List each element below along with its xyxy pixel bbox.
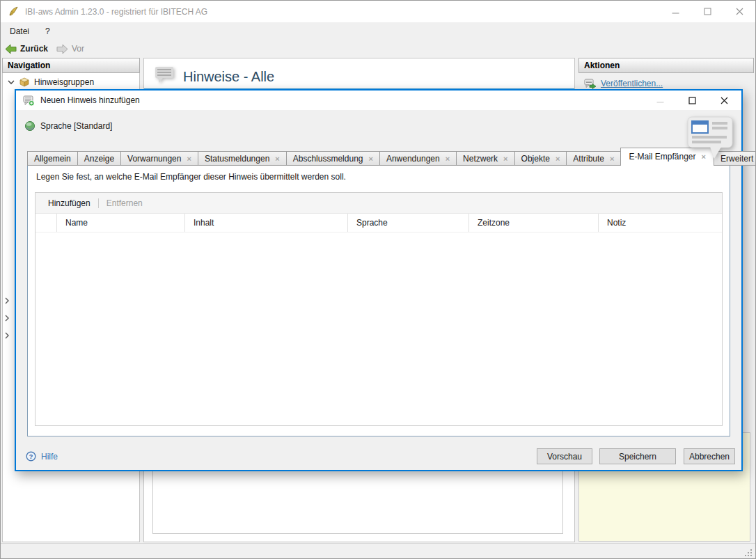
help-link[interactable]: ? Hilfe	[26, 451, 58, 462]
tree-item-label: Hinweisgruppen	[34, 77, 94, 87]
tab-close-icon[interactable]: ×	[275, 155, 279, 163]
language-button[interactable]: Sprache [Standard]	[24, 118, 112, 134]
tab-netzwerk[interactable]: Netzwerk×	[456, 151, 514, 166]
tab-statusmeldungen[interactable]: Statusmeldungen×	[198, 151, 287, 166]
add-hinweis-icon	[23, 95, 35, 107]
column-header-name[interactable]: Name	[56, 214, 184, 232]
forward-arrow-icon	[56, 44, 68, 54]
forward-label: Vor	[72, 44, 84, 54]
tree-expand-icon[interactable]	[3, 297, 10, 304]
publish-icon	[584, 78, 597, 89]
tab-label: Anwendungen	[386, 154, 440, 164]
group-box-icon	[19, 77, 30, 88]
tab-label: Abschlussmeldung	[293, 154, 363, 164]
help-icon: ?	[26, 451, 36, 462]
dialog-close-icon[interactable]	[708, 90, 740, 110]
close-icon[interactable]	[723, 1, 755, 22]
navigation-header: Navigation	[2, 58, 140, 73]
tab-vorwarnungen[interactable]: Vorwarnungen×	[120, 151, 198, 166]
tab-anzeige[interactable]: Anzeige	[77, 151, 121, 166]
table-header-row: NameInhaltSpracheZeitzoneNotiz	[36, 214, 722, 233]
hinweis-watermark-icon	[686, 116, 737, 160]
actions-header: Aktionen	[578, 58, 754, 73]
tab-abschlussmeldung[interactable]: Abschlussmeldung×	[286, 151, 380, 166]
back-button[interactable]: Zurück	[1, 42, 52, 56]
column-header-zeitzone[interactable]: Zeitzone	[468, 214, 598, 232]
help-label: Hilfe	[41, 452, 58, 462]
svg-text:?: ?	[29, 453, 33, 460]
tab-description: Legen Sie fest, an welche E-Mail Empfäng…	[36, 172, 346, 182]
tab-close-icon[interactable]: ×	[503, 155, 507, 163]
back-label: Zurück	[20, 44, 48, 54]
maximize-icon[interactable]	[691, 1, 723, 22]
app-window: IBI-aws Admin 1.23.0 - registriert für I…	[0, 0, 756, 559]
recipients-table: Hinzufügen Entfernen NameInhaltSpracheZe…	[35, 192, 723, 426]
forward-button[interactable]: Vor	[52, 42, 88, 56]
remove-button[interactable]: Entfernen	[107, 198, 143, 208]
statusbar	[1, 543, 755, 559]
cancel-button[interactable]: Abbrechen	[684, 448, 735, 464]
tab-label: Attribute	[573, 154, 604, 164]
tab-label: Allgemein	[34, 154, 71, 164]
window-title: IBI-aws Admin 1.23.0 - registriert für I…	[25, 7, 207, 17]
resize-grip[interactable]	[743, 548, 753, 558]
dialog-maximize-icon[interactable]	[676, 90, 708, 110]
tab-allgemein[interactable]: Allgemein	[27, 151, 78, 166]
chevron-down-icon[interactable]	[8, 79, 15, 86]
tree-expand-icon[interactable]	[3, 332, 10, 339]
hinweise-bubble-icon	[154, 65, 175, 84]
tree-expand-icon[interactable]	[3, 315, 10, 322]
tab-objekte[interactable]: Objekte×	[514, 151, 567, 166]
publish-label: Veröffentlichen...	[601, 79, 663, 88]
tab-content-panel: Legen Sie fest, an welche E-Mail Empfäng…	[27, 165, 730, 436]
tab-label: Vorwarnungen	[127, 154, 181, 164]
main-titlebar: IBI-aws Admin 1.23.0 - registriert für I…	[1, 1, 755, 22]
dialog-minimize-icon	[644, 90, 676, 110]
minimize-icon[interactable]	[659, 1, 691, 22]
dialog-title: Neuen Hinweis hinzufügen	[40, 95, 140, 105]
column-header-notiz[interactable]: Notiz	[598, 214, 722, 232]
tab-label: Netzwerk	[463, 154, 498, 164]
tab-close-icon[interactable]: ×	[368, 155, 372, 163]
row-selector-column	[36, 214, 56, 232]
nav-toolbar: Zurück Vor	[1, 40, 755, 58]
globe-icon	[24, 120, 36, 132]
tab-close-icon[interactable]: ×	[187, 155, 191, 163]
tree-item-hinweisgruppen[interactable]: Hinweisgruppen	[2, 74, 139, 89]
tab-anwendungen[interactable]: Anwendungen×	[379, 151, 457, 166]
dialog-titlebar: Neuen Hinweis hinzufügen	[16, 90, 741, 110]
menu-help[interactable]: ?	[38, 24, 57, 39]
save-button[interactable]: Speichern	[599, 448, 676, 464]
tab-close-icon[interactable]: ×	[446, 155, 450, 163]
language-label: Sprache [Standard]	[40, 121, 112, 131]
menubar: Datei ?	[1, 22, 755, 40]
add-button[interactable]: Hinzufügen	[48, 198, 90, 208]
tab-label: Anzeige	[84, 154, 114, 164]
page-title: Hinweise - Alle	[183, 69, 274, 85]
table-toolbar: Hinzufügen Entfernen	[36, 193, 722, 214]
back-arrow-icon	[5, 44, 17, 54]
menu-datei[interactable]: Datei	[3, 24, 36, 39]
tab-close-icon[interactable]: ×	[556, 155, 560, 163]
toolbar-divider	[98, 198, 99, 208]
tab-label: Objekte	[521, 154, 550, 164]
tab-label: Statusmeldungen	[205, 154, 269, 164]
publish-link[interactable]: Veröffentlichen...	[584, 78, 663, 89]
tab-attribute[interactable]: Attribute×	[566, 151, 621, 166]
column-header-sprache[interactable]: Sprache	[347, 214, 468, 232]
dialog-tabs: AllgemeinAnzeigeVorwarnungen×Statusmeldu…	[27, 148, 756, 166]
add-hinweis-dialog: Neuen Hinweis hinzufügen Sprache [Standa…	[15, 89, 743, 471]
app-logo-icon	[8, 6, 19, 17]
preview-button[interactable]: Vorschau	[537, 448, 592, 464]
tab-close-icon[interactable]: ×	[610, 155, 614, 163]
column-header-inhalt[interactable]: Inhalt	[184, 214, 347, 232]
